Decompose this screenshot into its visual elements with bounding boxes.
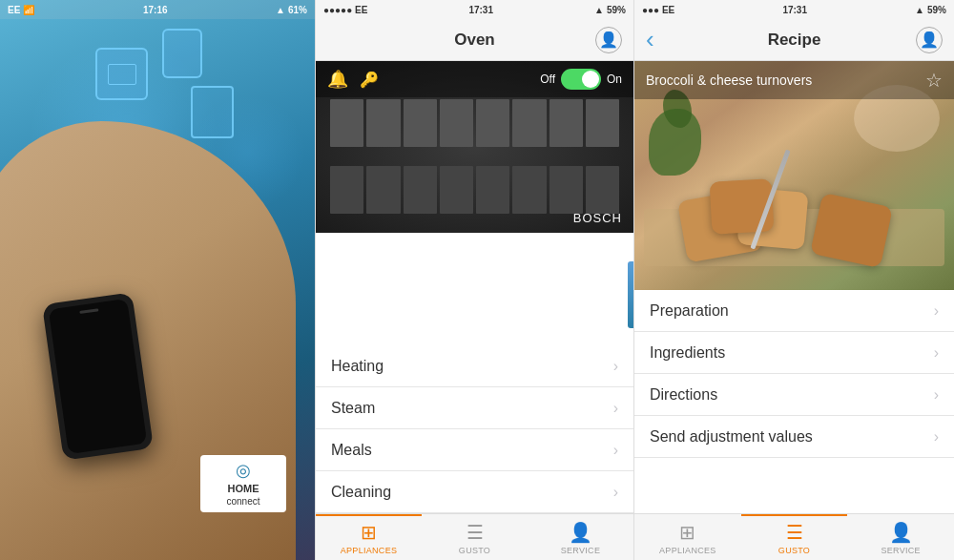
tab-appliances-oven[interactable]: ⊞ APPLIANCES [316, 514, 422, 560]
recipe-tab-bar: ⊞ APPLIANCES ☰ GUSTO 👤 SERVICE [634, 513, 954, 560]
status-right-oven: ▲ 59% [594, 5, 626, 15]
chevron-cleaning-icon: › [613, 484, 618, 501]
scroll-indicator [628, 261, 633, 328]
gusto-label: GUSTO [459, 546, 490, 555]
menu-label-preparation: Preparation [650, 302, 729, 320]
menu-item-cleaning[interactable]: Cleaning › [316, 471, 633, 513]
tab-gusto-oven[interactable]: ☰ GUSTO [422, 514, 528, 560]
carrier-recipe: ●●● EE [642, 5, 674, 15]
battery-recipe: 59% [927, 5, 946, 15]
oven-tab-bar: ⊞ APPLIANCES ☰ GUSTO 👤 SERVICE [316, 513, 633, 560]
hero-logo-text: HOME connect [226, 483, 259, 507]
appliances-label-recipe: APPLIANCES [659, 546, 716, 555]
status-bar-oven: ●●●●● EE 17:31 ▲ 59% [316, 0, 633, 19]
tab-service-recipe[interactable]: 👤 SERVICE [847, 514, 954, 560]
device-icon-fridge [191, 86, 234, 138]
status-bar-hero: EE 📶 17:16 ▲ 61% [0, 0, 315, 19]
oven-header: Oven 👤 [316, 19, 633, 61]
wifi-logo-icon: ◎ [236, 460, 251, 481]
battery-oven: 59% [607, 5, 626, 15]
appliances-icon-recipe: ⊞ [679, 521, 695, 544]
wifi-icon-hero: 📶 [23, 5, 34, 15]
oven-image: 🔔 🔑 Off On BOSCH [316, 61, 633, 233]
appliances-icon: ⊞ [361, 521, 377, 544]
panel-hero: EE 📶 17:16 ▲ 61% ◎ HOME connect [0, 0, 315, 560]
chevron-meals-icon: › [613, 442, 618, 459]
menu-label-send-adjustment: Send adjustment values [650, 428, 813, 446]
tab-gusto-recipe[interactable]: ☰ GUSTO [741, 514, 848, 560]
recipe-title-text: Broccoli & cheese turnovers [646, 73, 812, 88]
recipe-avatar-icon: 👤 [920, 31, 939, 49]
carrier-hero: EE [8, 5, 20, 15]
oven-avatar[interactable]: 👤 [595, 27, 622, 53]
service-icon: 👤 [569, 521, 592, 544]
oven-content [316, 233, 633, 345]
time-oven: 17:31 [468, 5, 493, 15]
menu-item-meals[interactable]: Meals › [316, 429, 633, 471]
chevron-heating-icon: › [613, 358, 618, 375]
menu-label-directions: Directions [650, 386, 717, 404]
gusto-icon: ☰ [467, 521, 484, 544]
oven-toggle[interactable]: Off On [540, 69, 622, 90]
tab-service-oven[interactable]: 👤 SERVICE [528, 514, 633, 560]
chevron-preparation-icon: › [934, 302, 939, 320]
menu-label-heating: Heating [331, 358, 384, 375]
location-hero: ▲ [276, 5, 285, 15]
bosch-logo: BOSCH [573, 211, 622, 225]
menu-item-preparation[interactable]: Preparation › [634, 290, 954, 332]
toggle-on-label: On [607, 73, 622, 86]
key-icon[interactable]: 🔑 [360, 71, 379, 89]
chevron-steam-icon: › [613, 400, 618, 417]
menu-item-steam[interactable]: Steam › [316, 387, 633, 429]
tab-appliances-recipe[interactable]: ⊞ APPLIANCES [634, 514, 741, 560]
status-right-recipe: ▲ 59% [915, 5, 946, 15]
gusto-label-recipe: GUSTO [778, 546, 810, 555]
recipe-title-bar: Broccoli & cheese turnovers ☆ [634, 61, 954, 99]
panel-recipe: ●●● EE 17:31 ▲ 59% ‹ Recipe 👤 Broccoli &… [634, 0, 954, 560]
toggle-off-label: Off [540, 73, 555, 86]
recipe-title-header: Recipe [768, 31, 821, 50]
chevron-send-icon: › [934, 428, 939, 446]
panel-oven: ●●●●● EE 17:31 ▲ 59% Oven 👤 [315, 0, 634, 560]
time-hero: 17:16 [143, 5, 168, 15]
gusto-icon-recipe: ☰ [786, 521, 803, 544]
menu-item-heating[interactable]: Heating › [316, 345, 633, 387]
location-recipe: ▲ [915, 5, 924, 15]
oven-rack-top [330, 99, 619, 147]
device-icon-oven [95, 48, 148, 100]
service-label: SERVICE [561, 546, 600, 555]
status-left-hero: EE 📶 [8, 5, 34, 15]
device-icon-tablet [162, 29, 202, 78]
oven-avatar-icon: 👤 [599, 31, 618, 49]
appliances-label: APPLIANCES [341, 546, 398, 555]
oven-menu-list: Heating › Steam › Meals › Cleaning › [316, 345, 633, 513]
location-oven: ▲ [594, 5, 604, 15]
menu-item-ingredients[interactable]: Ingredients › [634, 332, 954, 374]
menu-label-ingredients: Ingredients [650, 344, 725, 362]
battery-hero: 61% [288, 5, 307, 15]
toggle-switch[interactable] [561, 69, 601, 90]
service-icon-recipe: 👤 [889, 521, 913, 544]
menu-label-cleaning: Cleaning [331, 484, 391, 501]
menu-label-steam: Steam [331, 400, 375, 417]
hero-logo: ◎ HOME connect [200, 455, 286, 512]
status-bar-recipe: ●●● EE 17:31 ▲ 59% [634, 0, 954, 19]
favorite-star-icon[interactable]: ☆ [925, 69, 943, 92]
chevron-directions-icon: › [934, 386, 939, 404]
menu-item-directions[interactable]: Directions › [634, 374, 954, 416]
recipe-menu-list: Preparation › Ingredients › Directions ›… [634, 290, 954, 513]
service-label-recipe: SERVICE [881, 546, 920, 555]
recipe-avatar[interactable]: 👤 [916, 27, 943, 53]
carrier-oven: ●●●●● EE [323, 5, 367, 15]
oven-title: Oven [454, 31, 495, 50]
recipe-image: Broccoli & cheese turnovers ☆ [634, 61, 954, 290]
menu-item-send-adjustment[interactable]: Send adjustment values › [634, 416, 954, 458]
bell-icon[interactable]: 🔔 [327, 69, 348, 90]
time-recipe: 17:31 [782, 5, 807, 15]
oven-rack-bottom [330, 166, 619, 214]
menu-label-meals: Meals [331, 442, 372, 459]
back-button[interactable]: ‹ [646, 25, 654, 54]
chevron-ingredients-icon: › [934, 344, 939, 362]
recipe-header: ‹ Recipe 👤 [634, 19, 954, 61]
status-right-hero: ▲ 61% [276, 5, 307, 15]
